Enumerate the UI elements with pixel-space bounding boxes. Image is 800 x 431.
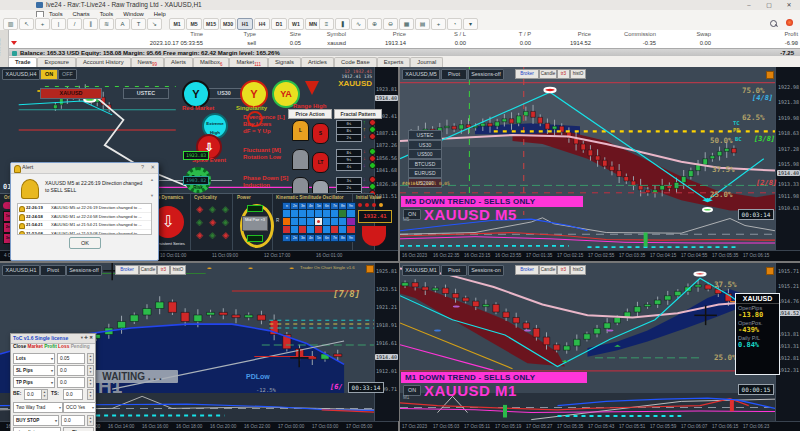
indicators-icon[interactable]: +	[431, 18, 446, 30]
ts-input[interactable]: 0.0	[63, 389, 83, 400]
kso-cell[interactable]	[346, 225, 356, 234]
cursor-icon[interactable]: ↖	[19, 18, 34, 30]
minimize-button[interactable]: –	[742, 1, 756, 9]
timeframe-M1[interactable]: M1	[169, 18, 185, 30]
tab-news[interactable]: News99	[131, 57, 165, 67]
timeframe-M15[interactable]: M15	[203, 18, 219, 30]
ts-stepper[interactable]: ▲▼	[87, 389, 94, 400]
cascade-icon[interactable]: ▤	[415, 18, 430, 30]
chip-histo[interactable]: histO	[570, 265, 586, 275]
tab-market[interactable]: Market111	[229, 57, 268, 67]
symbol-button-us500[interactable]: US500	[408, 149, 442, 159]
chip-histo[interactable]: histO	[170, 265, 186, 275]
scroll-up-icon[interactable]: ▲	[150, 177, 154, 182]
templates-icon[interactable]: ▾	[463, 18, 478, 30]
chart-bl-price-scale[interactable]: 1925.811923.511921.211918.911916.611914.…	[374, 263, 399, 421]
timeframe-W1[interactable]: W1	[288, 18, 304, 30]
vertical-line-icon[interactable]: |	[51, 18, 66, 30]
chart-tl-off-button[interactable]: OFF	[58, 69, 77, 80]
chip-tr3[interactable]: tr3	[557, 265, 570, 275]
trade-mode-select[interactable]: Two Way Trad	[13, 402, 63, 413]
chip-tr3[interactable]: tr3	[557, 69, 570, 79]
chart-bl-expert-icon[interactable]	[366, 265, 374, 273]
fractal-pattern-button[interactable]: Fractal Pattern	[334, 109, 382, 119]
chart-tr-expert-icon[interactable]	[766, 71, 774, 79]
tab-account-history[interactable]: Account History	[76, 57, 131, 67]
tab-experts[interactable]: Experts	[377, 57, 411, 67]
trendline-icon[interactable]: /	[67, 18, 82, 30]
tab-code-base[interactable]: Code Base	[334, 57, 377, 67]
chip-candle[interactable]: Candle	[539, 265, 557, 275]
tab-trade[interactable]: Trade	[8, 57, 37, 67]
tile-windows-icon[interactable]: ▦	[399, 18, 414, 30]
text-icon[interactable]: A	[115, 18, 130, 30]
symbol-button-ustec[interactable]: USTEC	[123, 88, 169, 99]
bar-chart-icon[interactable]: ≡	[319, 18, 334, 30]
order-value-input[interactable]: 0.0	[61, 415, 85, 426]
chart-br-sessions-button[interactable]: Sessions-on	[468, 265, 504, 276]
close-button[interactable]: ✕	[782, 1, 796, 9]
gauge-singularity-icon[interactable]: Y	[240, 80, 268, 108]
timeframe-H4[interactable]: H4	[254, 18, 270, 30]
toc-pending[interactable]: Pending	[71, 344, 90, 349]
toc-profit[interactable]: Profit	[44, 344, 57, 349]
alert-title-bar[interactable]: Alert ? ✕	[11, 163, 158, 174]
alert-history-row[interactable]: 21:54:21XAUUSD M1 at 21:54:21 Direction …	[18, 221, 151, 230]
tab-exposure[interactable]: Exposure	[37, 57, 76, 67]
chart-tr-sessions-button[interactable]: Sessions-off	[468, 69, 504, 80]
scroll-down-icon[interactable]: ▼	[150, 193, 154, 198]
chart-tl-symbol-chip[interactable]: XAUUSD,H4	[2, 69, 40, 80]
chart-bl-symbol-chip[interactable]: XAUUSD,H1	[2, 265, 40, 276]
timeframe-D1[interactable]: D1	[271, 18, 287, 30]
zoom-in-icon[interactable]: ⊕	[367, 18, 382, 30]
chart-tr-pivot-button[interactable]: Pivot	[441, 69, 467, 80]
chart-tr-symbol-chip[interactable]: XAUUSD,M5	[402, 69, 440, 80]
arrow-tool-icon[interactable]: ↘	[147, 18, 162, 30]
chart-br-time-axis[interactable]: 17 Oct 202317 Oct 05:0317 Oct 05:1117 Oc…	[400, 421, 800, 431]
channel-icon[interactable]: ∥	[83, 18, 98, 30]
sl-stepper[interactable]: ▲▼	[87, 365, 94, 376]
toc-close[interactable]: Close	[13, 344, 26, 349]
chip-broker[interactable]: Broker	[515, 265, 539, 275]
tp-select[interactable]: TP Pips	[13, 377, 55, 388]
chart-br-expert-icon[interactable]	[766, 267, 774, 275]
trade-panel[interactable]: ToC v1.6 Single license ▾ ✚ ✖ Close Mark…	[10, 333, 96, 431]
tp-stepper[interactable]: ▲▼	[87, 377, 94, 388]
tp-input[interactable]: 0.0	[57, 377, 85, 388]
tab-articles[interactable]: Articles	[301, 57, 334, 67]
alert-history-row[interactable]: 21:53:08XAUUSD M1 at 21:53:08 Direction …	[18, 230, 151, 236]
periods-icon[interactable]: ◔	[447, 18, 462, 30]
order-value-stepper[interactable]: ▲▼	[87, 415, 94, 426]
notification-icon[interactable]	[786, 19, 793, 26]
label-icon[interactable]: T	[131, 18, 146, 30]
symbol-button-ustec[interactable]: USTEC	[408, 130, 442, 140]
order-type-select[interactable]: BUY STOP	[13, 415, 59, 426]
sl-input[interactable]: 0.0	[57, 365, 85, 376]
chip-candle[interactable]: Candle	[539, 69, 557, 79]
chip-broker[interactable]: Broker	[115, 265, 139, 275]
alert-dialog[interactable]: Alert ? ✕ XAUUSD M5 at 22:26:19 Directio…	[10, 162, 159, 261]
price-action-button[interactable]: Price Action	[288, 109, 332, 119]
tab-signals[interactable]: Signals	[268, 57, 301, 67]
toc-market[interactable]: Market	[27, 344, 42, 349]
chart-br-pivot-button[interactable]: Pivot	[441, 265, 467, 276]
chip-candle[interactable]: Candle	[139, 265, 157, 275]
new-chart-icon[interactable]: ▥	[3, 18, 18, 30]
order-row[interactable]: 2023.10.17 05:33:55sell0.05xauusd1913.14…	[8, 39, 800, 48]
tab-alerts[interactable]: Alerts	[164, 57, 193, 67]
alert-history-row[interactable]: 22:26:19XAUUSD M5 at 22:26:19 Direction …	[18, 204, 151, 213]
trade-panel-controls[interactable]: ▾ ✚ ✖	[81, 335, 93, 340]
alert-help-button[interactable]: ?	[141, 164, 144, 170]
chart-tr-price-scale[interactable]: 1922.981921.381919.981918.631917.281915.…	[775, 67, 800, 250]
chip-histo[interactable]: histO	[570, 69, 586, 79]
alert-history-row[interactable]: 22:24:58XAUUSD M1 at 22:24:58 Direction …	[18, 213, 151, 222]
zoom-out-icon[interactable]: ⊖	[383, 18, 398, 30]
chart-br-symbol-chip[interactable]: XAUUSD,M1	[402, 265, 440, 276]
alert-close-button[interactable]: ✕	[150, 164, 155, 170]
toc-loss[interactable]: Loss	[58, 344, 69, 349]
symbol-button-eurusd[interactable]: EURUSD	[408, 168, 442, 178]
timeframe-H1[interactable]: H1	[237, 18, 253, 30]
distance-select[interactable]: pips distance	[13, 427, 61, 431]
alert-history-list[interactable]: 22:26:19XAUUSD M5 at 22:26:19 Direction …	[17, 203, 152, 235]
maximize-button[interactable]: ▢	[762, 1, 776, 9]
